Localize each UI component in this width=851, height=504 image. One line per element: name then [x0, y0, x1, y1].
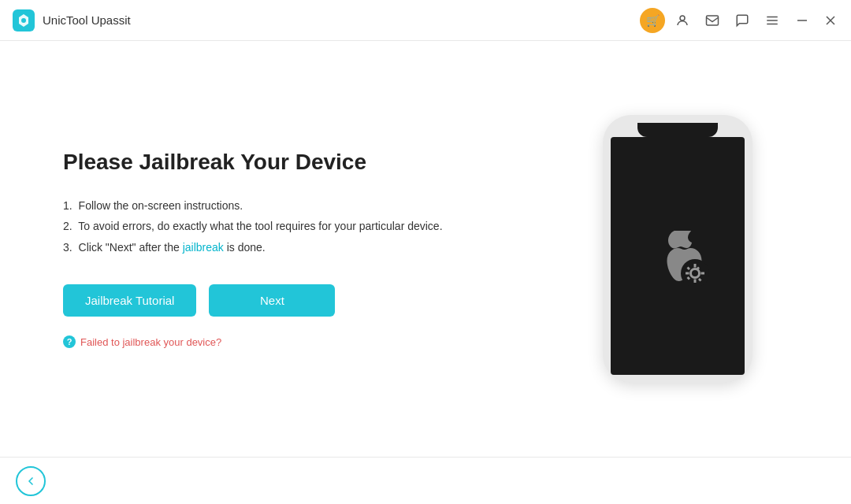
- apple-gear-icon: [646, 224, 709, 287]
- menu-button[interactable]: [760, 8, 785, 33]
- gear-icon: [681, 259, 709, 287]
- phone-screen: [611, 137, 745, 375]
- right-panel: [567, 115, 788, 383]
- instruction-1: 1. Follow the on-screen instructions.: [63, 197, 536, 214]
- title-bar-left: UnicTool Upassit: [13, 9, 131, 32]
- main-content: Please Jailbreak Your Device 1. Follow t…: [0, 41, 851, 457]
- svg-point-1: [21, 18, 26, 23]
- chat-button[interactable]: [730, 8, 755, 33]
- close-button[interactable]: [819, 9, 842, 32]
- svg-rect-3: [707, 16, 719, 25]
- jailbreak-highlight: jailbreak: [183, 241, 224, 254]
- cart-button[interactable]: 🛒: [640, 8, 665, 33]
- phone-inner: [611, 137, 745, 375]
- buttons-row: Jailbreak Tutorial Next: [63, 284, 536, 317]
- app-title: UnicTool Upassit: [43, 13, 131, 27]
- next-button[interactable]: Next: [209, 284, 335, 317]
- help-icon: ?: [63, 335, 76, 348]
- app-icon: [13, 9, 35, 32]
- phone-mockup: [603, 115, 753, 383]
- user-button[interactable]: [670, 8, 695, 33]
- bottom-bar: [0, 457, 851, 504]
- phone-notch: [637, 123, 718, 137]
- back-button[interactable]: [16, 466, 46, 496]
- page-title: Please Jailbreak Your Device: [63, 150, 536, 175]
- title-bar-right: 🛒: [640, 8, 842, 33]
- svg-point-2: [680, 16, 685, 20]
- title-bar: UnicTool Upassit 🛒: [0, 0, 851, 41]
- failed-link-text: Failed to jailbreak your device?: [80, 336, 221, 348]
- left-panel: Please Jailbreak Your Device 1. Follow t…: [63, 150, 567, 348]
- instruction-3: 3. Click "Next" after the jailbreak is d…: [63, 239, 536, 256]
- instructions-list: 1. Follow the on-screen instructions. 2.…: [63, 197, 536, 259]
- svg-point-10: [681, 259, 709, 287]
- failed-jailbreak-link[interactable]: ? Failed to jailbreak your device?: [63, 335, 536, 348]
- instruction-2: 2. To avoid errors, do exactly what the …: [63, 217, 536, 235]
- minimize-button[interactable]: [791, 9, 813, 32]
- jailbreak-tutorial-button[interactable]: Jailbreak Tutorial: [63, 284, 196, 317]
- mail-button[interactable]: [700, 8, 725, 33]
